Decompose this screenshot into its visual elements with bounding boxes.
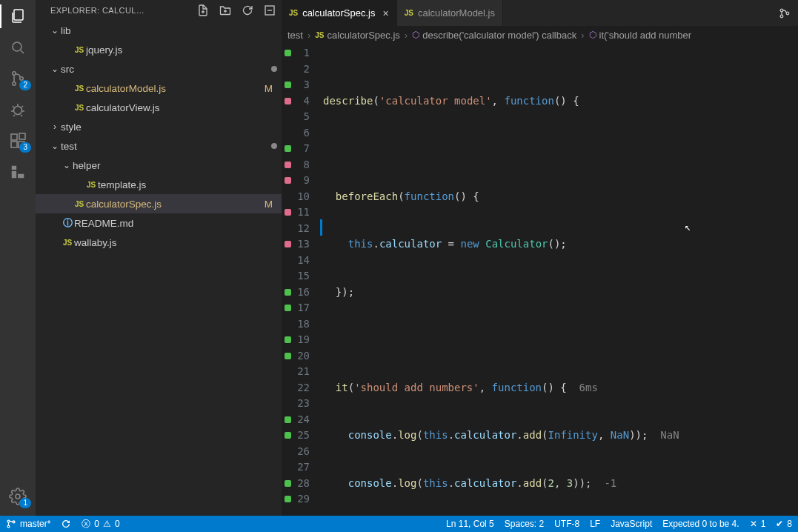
compare-changes-icon[interactable] (771, 0, 798, 26)
activity-bar: 2 3 1 (0, 0, 36, 516)
gear-badge: 1 (19, 498, 31, 508)
svg-point-16 (7, 525, 10, 528)
svg-point-12 (780, 9, 783, 12)
status-eol[interactable]: LF (590, 519, 600, 529)
file-jquery[interactable]: JSjquery.js (36, 40, 282, 59)
svg-point-10 (16, 494, 20, 499)
explorer-title: EXPLORER: CALCUL… (50, 6, 197, 15)
status-cursor[interactable]: Ln 11, Col 5 (446, 519, 494, 529)
svg-point-5 (14, 107, 22, 115)
explorer-header: EXPLORER: CALCUL… (36, 0, 282, 21)
search-icon[interactable] (9, 39, 27, 56)
gear-icon[interactable]: 1 (9, 488, 27, 505)
code-editor[interactable]: 1234567891011121314151617181920212223242… (282, 44, 798, 516)
svg-point-2 (13, 72, 16, 75)
folder-dot-icon (271, 143, 277, 149)
editor-tabs: JScalculatorSpec.js× JScalculatorModel.j… (282, 0, 798, 26)
status-problems[interactable]: ⓧ0⚠0 (82, 518, 119, 531)
status-test-pass[interactable]: ✔8 (776, 519, 792, 529)
new-file-icon[interactable] (197, 4, 209, 16)
status-bar: master* ⓧ0⚠0 Ln 11, Col 5 Spaces: 2 UTF-… (0, 516, 798, 532)
test-gutter (282, 44, 293, 516)
breadcrumbs[interactable]: test› JScalculatorSpec.js› ⬡describe('ca… (282, 26, 798, 44)
svg-point-3 (13, 82, 16, 85)
status-language[interactable]: JavaScript (611, 519, 652, 529)
svg-rect-9 (19, 133, 25, 139)
svg-rect-7 (11, 142, 17, 147)
svg-point-17 (13, 521, 15, 523)
status-wallaby-msg[interactable]: Expected 0 to be 4. (662, 519, 739, 529)
status-branch[interactable]: master* (6, 519, 50, 529)
git-modified-badge: M (265, 83, 273, 94)
line-numbers: 1234567891011121314151617181920212223242… (293, 44, 320, 516)
folder-test[interactable]: ⌄test (36, 136, 282, 156)
scm-badge: 2 (19, 80, 31, 90)
folder-style[interactable]: ›style (36, 117, 282, 136)
svg-point-1 (13, 42, 21, 51)
new-folder-icon[interactable] (219, 4, 231, 16)
file-calc-view[interactable]: JScalculatorView.js (36, 98, 282, 117)
file-template[interactable]: JStemplate.js (36, 175, 282, 194)
source-control-icon[interactable]: 2 (9, 70, 27, 87)
status-test-fail[interactable]: ✕1 (750, 519, 766, 529)
status-spaces[interactable]: Spaces: 2 (505, 519, 544, 529)
svg-point-15 (7, 520, 10, 522)
tab-calc-model[interactable]: JScalculatorModel.js (397, 0, 503, 26)
folder-dot-icon (271, 66, 277, 72)
file-readme[interactable]: ⓘREADME.md (36, 213, 282, 233)
status-sync[interactable] (61, 519, 71, 529)
git-modified-badge: M (265, 199, 273, 210)
folder-helper[interactable]: ⌄helper (36, 156, 282, 175)
file-calc-spec[interactable]: JScalculatorSpec.jsM (36, 194, 282, 213)
tab-calc-spec[interactable]: JScalculatorSpec.js× (282, 0, 397, 26)
extensions-icon[interactable]: 3 (9, 132, 27, 150)
explorer-sidebar: EXPLORER: CALCUL… ⌄lib JSjquery.js ⌄src … (36, 0, 282, 516)
status-encoding[interactable]: UTF-8 (554, 519, 579, 529)
editor-area: JScalculatorSpec.js× JScalculatorModel.j… (282, 0, 798, 516)
ext-badge: 3 (19, 142, 31, 153)
mouse-cursor-icon: ↖ (685, 219, 691, 236)
code-content[interactable]: describe('calculator model', function() … (320, 44, 798, 516)
collapse-icon[interactable] (264, 4, 276, 16)
file-wallaby[interactable]: JSwallaby.js (36, 233, 282, 252)
folder-lib[interactable]: ⌄lib (36, 21, 282, 40)
debug-icon[interactable] (9, 101, 27, 119)
svg-point-13 (780, 15, 783, 18)
file-calc-model[interactable]: JScalculatorModel.jsM (36, 79, 282, 98)
explorer-icon[interactable] (9, 7, 27, 25)
svg-rect-6 (11, 134, 17, 140)
close-icon[interactable]: × (383, 7, 389, 19)
wallaby-icon[interactable] (9, 163, 27, 181)
folder-src[interactable]: ⌄src (36, 59, 282, 79)
file-tree: ⌄lib JSjquery.js ⌄src JScalculatorModel.… (36, 21, 282, 516)
svg-rect-0 (14, 10, 23, 20)
svg-point-14 (786, 12, 789, 15)
refresh-icon[interactable] (242, 4, 253, 16)
